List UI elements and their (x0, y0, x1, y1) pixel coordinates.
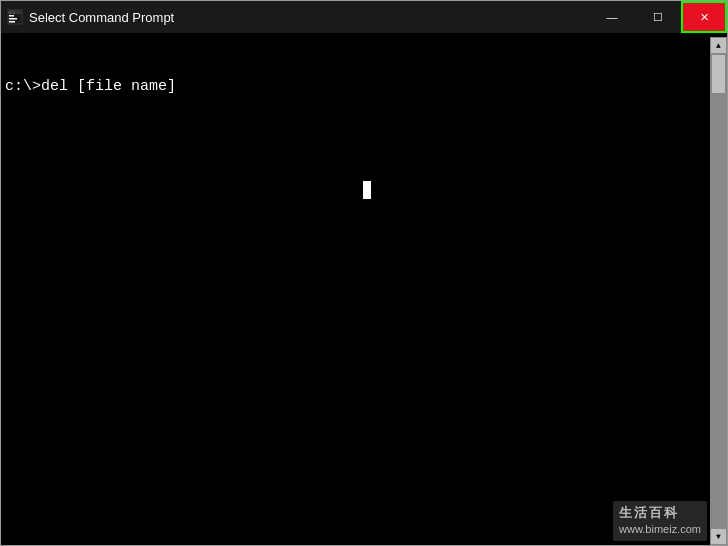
scrollbar-up-arrow[interactable]: ▲ (710, 37, 727, 54)
close-button[interactable]: ✕ (681, 1, 727, 33)
cmd-icon: C:\ (7, 9, 23, 25)
svg-rect-2 (9, 15, 14, 17)
minimize-button[interactable]: — (589, 1, 635, 33)
title-bar: C:\ Select Command Prompt — ☐ ✕ (1, 1, 727, 33)
terminal-line-1: c:\>del [file name] (5, 77, 710, 97)
cursor (363, 181, 371, 199)
watermark: 生活百科 www.bimeiz.com (613, 501, 707, 541)
scrollbar-track[interactable] (710, 54, 727, 528)
window-title: Select Command Prompt (29, 10, 174, 25)
svg-text:C:\: C:\ (9, 11, 15, 15)
window: C:\ Select Command Prompt — ☐ ✕ c:\>del … (0, 0, 728, 546)
svg-rect-3 (9, 18, 17, 20)
scrollbar-down-arrow[interactable]: ▼ (710, 528, 727, 545)
title-bar-left: C:\ Select Command Prompt (7, 9, 174, 25)
maximize-button[interactable]: ☐ (635, 1, 681, 33)
terminal-content: c:\>del [file name] (5, 37, 710, 545)
scrollbar[interactable]: ▲ ▼ (710, 37, 727, 545)
title-bar-controls: — ☐ ✕ (589, 1, 727, 33)
svg-rect-4 (9, 21, 15, 23)
watermark-text-2: www.bimeiz.com (619, 521, 701, 537)
scrollbar-thumb[interactable] (711, 54, 726, 94)
watermark-text-1: 生活百科 (619, 505, 701, 521)
terminal-area[interactable]: c:\>del [file name] ▲ ▼ 生活百科 www.bimeiz.… (1, 33, 727, 545)
